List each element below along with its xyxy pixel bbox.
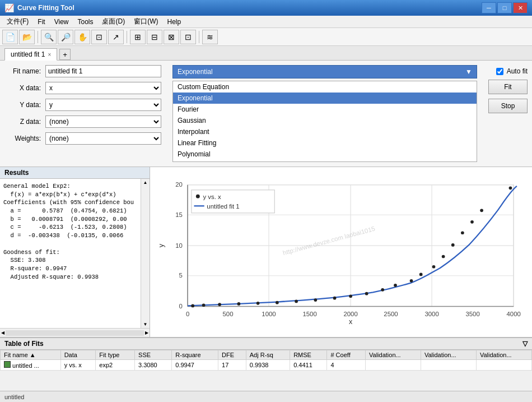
close-button[interactable]: ✕ — [513, 2, 528, 13]
fit-type-polynomial[interactable]: Polynomial — [173, 149, 477, 160]
menu-item-w[interactable]: 窗口(W) — [129, 16, 162, 27]
svg-text:3000: 3000 — [424, 311, 438, 317]
svg-point-33 — [256, 302, 260, 305]
z-data-select[interactable]: (none) — [45, 115, 161, 128]
menu-item-tools[interactable]: Tools — [73, 17, 97, 27]
tab-bar: untitled fit 1 × + — [0, 46, 532, 61]
cell-rsquare: 0.9947 — [172, 360, 218, 371]
toolbar-new[interactable]: 📄 — [2, 30, 18, 44]
svg-text:10: 10 — [175, 242, 183, 249]
results-panel: Results General model Exp2: f(x) = a*exp… — [0, 167, 150, 337]
svg-point-38 — [349, 294, 352, 298]
svg-point-48 — [470, 220, 474, 224]
menu-item-f[interactable]: 文件(F) — [2, 16, 33, 27]
cell-fit-type: exp2 — [96, 360, 135, 371]
svg-text:5: 5 — [179, 272, 183, 279]
cell-data: y vs. x — [60, 360, 96, 371]
toolbar-split-v[interactable]: ⊡ — [180, 30, 196, 44]
svg-text:500: 500 — [222, 311, 233, 317]
svg-point-36 — [314, 298, 317, 302]
status-bar: untitled — [0, 391, 532, 402]
maximize-button[interactable]: □ — [497, 2, 512, 13]
table-collapse-icon[interactable]: ▽ — [522, 340, 528, 348]
x-data-select[interactable]: x — [45, 82, 161, 94]
svg-text:untitled fit 1: untitled fit 1 — [207, 203, 239, 210]
col-dfe[interactable]: DFE — [218, 350, 246, 360]
tab-add-button[interactable]: + — [59, 49, 71, 60]
col-fit-type[interactable]: Fit type — [96, 350, 135, 360]
toolbar-grid[interactable]: ⊞ — [130, 30, 146, 44]
col-coeff[interactable]: # Coeff — [327, 350, 366, 360]
table-header: Table of Fits ▽ — [0, 338, 532, 350]
svg-text:3500: 3500 — [465, 311, 479, 317]
fit-type-power[interactable]: Power — [173, 160, 477, 162]
table-scroll-container[interactable]: Fit name ▲ Data Fit type SSE R-square DF… — [0, 350, 532, 371]
col-adj-rsq[interactable]: Adj R-sq — [246, 350, 290, 360]
svg-point-37 — [333, 297, 337, 300]
cell-coeff: 4 — [327, 360, 366, 371]
main-content: Fit name: X data: x Y data: y Z data: (n… — [0, 61, 532, 402]
toolbar-grid2[interactable]: ⊟ — [147, 30, 162, 44]
stop-button[interactable]: Stop — [488, 99, 528, 113]
toolbar-open[interactable]: 📂 — [19, 30, 35, 44]
toolbar-zoom-box[interactable]: ⊡ — [91, 30, 107, 44]
fit-name-input[interactable] — [45, 65, 161, 77]
toolbar-export[interactable]: ↗ — [108, 30, 124, 44]
fit-form: Fit name: X data: x Y data: y Z data: (n… — [4, 65, 161, 162]
menu-item-d[interactable]: 桌面(D) — [97, 16, 129, 27]
cell-val3 — [476, 360, 531, 371]
col-fit-name[interactable]: Fit name ▲ — [1, 350, 61, 360]
toolbar-zoom-in[interactable]: 🔍 — [41, 30, 57, 44]
svg-point-45 — [442, 255, 445, 258]
x-data-row: X data: x — [4, 82, 161, 94]
autofit-row: Auto fit — [496, 67, 528, 75]
menu-item-help[interactable]: Help — [162, 17, 185, 27]
col-rmse[interactable]: RMSE — [290, 350, 327, 360]
col-sse[interactable]: SSE — [135, 350, 172, 360]
toolbar-pan[interactable]: ✋ — [74, 30, 90, 44]
tab-label: untitled fit 1 — [11, 50, 45, 58]
menu-bar: 文件(F)FitViewTools桌面(D)窗口(W)Help — [0, 16, 532, 28]
minimize-button[interactable]: ─ — [482, 2, 496, 13]
svg-text:4000: 4000 — [506, 311, 520, 317]
fit-type-custom-equation[interactable]: Custom Equation — [173, 81, 477, 93]
tab-untitled-fit-1[interactable]: untitled fit 1 × — [4, 48, 57, 61]
col-val1[interactable]: Validation... — [366, 350, 421, 360]
svg-point-49 — [480, 209, 483, 212]
svg-point-41 — [394, 284, 397, 287]
results-hscrollbar[interactable]: ◀ ▶ — [0, 328, 150, 337]
title-bar-icon: 📈 — [4, 3, 14, 12]
svg-point-52 — [196, 195, 200, 198]
fit-type-linear-fitting[interactable]: Linear Fitting — [173, 137, 477, 149]
fit-type-dropdown-header[interactable]: Exponential ▼ — [172, 65, 477, 78]
results-scrollbar[interactable]: ▲ ▼ — [141, 179, 150, 328]
y-data-row: Y data: y — [4, 99, 161, 111]
fit-type-interpolant[interactable]: Interpolant — [173, 126, 477, 137]
auto-fit-checkbox[interactable] — [496, 68, 503, 75]
fit-type-exponential[interactable]: Exponential — [173, 93, 477, 104]
toolbar-extra[interactable]: ≋ — [202, 30, 218, 44]
fits-table: Fit name ▲ Data Fit type SSE R-square DF… — [0, 350, 532, 371]
svg-text:y vs. x: y vs. x — [203, 193, 221, 200]
fit-button[interactable]: Fit — [488, 80, 528, 94]
fit-type-fourier[interactable]: Fourier — [173, 104, 477, 115]
menu-item-fit[interactable]: Fit — [33, 17, 49, 27]
col-rsquare[interactable]: R-square — [172, 350, 218, 360]
cell-sse: 3.3080 — [135, 360, 172, 371]
col-val2[interactable]: Validation... — [421, 350, 476, 360]
svg-point-35 — [295, 300, 298, 303]
col-val3[interactable]: Validation... — [476, 350, 531, 360]
table-section: Table of Fits ▽ Fit name ▲ Data Fit type… — [0, 338, 532, 391]
toolbar-split-h[interactable]: ⊠ — [164, 30, 179, 44]
svg-text:0: 0 — [186, 311, 189, 317]
y-data-select[interactable]: y — [45, 99, 161, 111]
fit-type-gaussian[interactable]: Gaussian — [173, 115, 477, 126]
col-data[interactable]: Data — [60, 350, 96, 360]
menu-item-view[interactable]: View — [50, 17, 73, 27]
svg-point-50 — [509, 187, 512, 190]
weights-select[interactable]: (none) — [45, 132, 161, 145]
title-bar-title: Curve Fitting Tool — [17, 4, 74, 12]
toolbar-zoom-out[interactable]: 🔎 — [58, 30, 73, 44]
tab-close-icon[interactable]: × — [48, 52, 51, 58]
svg-text:15: 15 — [175, 211, 183, 218]
